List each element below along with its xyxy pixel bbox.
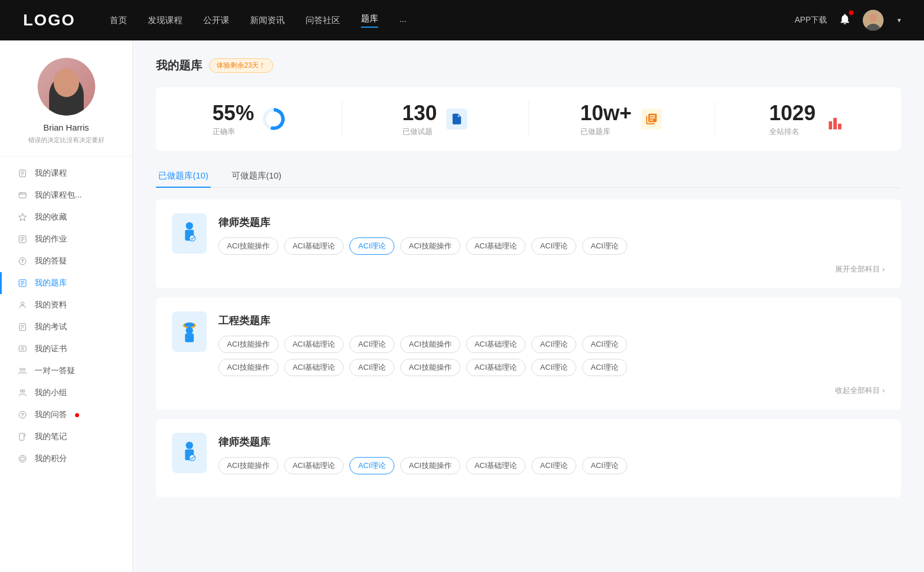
lawyer2-svg	[177, 440, 202, 466]
svg-point-42	[186, 327, 193, 335]
navbar-nav: 首页 发现课程 公开课 新闻资讯 问答社区 题库 ···	[110, 13, 795, 28]
sidebar-item-my-notes[interactable]: 我的笔记	[0, 426, 132, 448]
points-icon	[17, 454, 28, 464]
nav-item-more[interactable]: ···	[399, 16, 407, 25]
tag-item[interactable]: ACI技能操作	[218, 359, 278, 376]
document-svg	[450, 113, 463, 125]
sidebar-item-my-qbank[interactable]: 我的题库	[0, 272, 132, 294]
tag-item[interactable]: ACI理论	[531, 457, 576, 474]
sidebar-item-my-group[interactable]: 我的小组	[0, 382, 132, 404]
qbank-tags-2-row2: ACI技能操作 ACI基础理论 ACI理论 ACI技能操作 ACI基础理论 AC…	[218, 359, 885, 376]
sidebar-item-homework[interactable]: 我的作业	[0, 228, 132, 250]
navbar-chevron-icon[interactable]: ▾	[897, 16, 901, 24]
tag-item[interactable]: ACI理论	[582, 457, 627, 474]
collapse-link-2[interactable]: 收起全部科目 ›	[835, 385, 885, 396]
bell-badge	[849, 10, 854, 15]
tag-item[interactable]: ACI基础理论	[466, 457, 526, 474]
sidebar-item-favorites[interactable]: 我的收藏	[0, 206, 132, 228]
nav-item-news[interactable]: 新闻资讯	[250, 15, 285, 26]
sidebar-label: 我的作业	[35, 234, 67, 244]
tag-item[interactable]: ACI理论	[531, 336, 576, 353]
tag-item-active[interactable]: ACI理论	[349, 237, 394, 255]
tag-item[interactable]: ACI基础理论	[284, 457, 344, 474]
svg-rect-34	[20, 433, 24, 440]
book-icon	[641, 109, 662, 129]
sidebar-item-my-answers[interactable]: ? 我的问答	[0, 404, 132, 426]
sidebar: Brian Harris 错误的决定比没有决定要好 我的课程 我的课程包...	[0, 40, 133, 572]
tag-item[interactable]: ACI理论	[582, 336, 627, 353]
sidebar-item-my-profile[interactable]: 我的资料	[0, 294, 132, 316]
svg-point-21	[21, 302, 24, 305]
questions-done-icon	[445, 107, 468, 131]
navbar: LOGO 首页 发现课程 公开课 新闻资讯 问答社区 题库 ··· APP下载 …	[0, 0, 924, 40]
nav-item-qbank[interactable]: 题库	[361, 13, 378, 28]
tag-item[interactable]: ACI理论	[349, 336, 394, 353]
qbank-tags-1: ACI技能操作 ACI基础理论 ACI理论 ACI技能操作 ACI基础理论 AC…	[218, 237, 885, 255]
stat-label-questions: 已做试题	[403, 127, 437, 137]
navbar-logo[interactable]: LOGO	[23, 11, 75, 29]
qbank-tags-2-row1: ACI技能操作 ACI基础理论 ACI理论 ACI技能操作 ACI基础理论 AC…	[218, 336, 885, 353]
qbank-title-3: 律师类题库	[218, 435, 885, 449]
nav-item-discover[interactable]: 发现课程	[148, 15, 182, 26]
nav-item-qa[interactable]: 问答社区	[305, 15, 340, 26]
avatar-image	[38, 58, 95, 116]
sidebar-menu: 我的课程 我的课程包... 我的收藏 我的作业	[0, 157, 132, 476]
tag-item[interactable]: ACI技能操作	[400, 457, 460, 474]
expand-link-1[interactable]: 展开全部科目 ›	[835, 264, 885, 274]
sidebar-item-my-questions[interactable]: ? 我的答疑	[0, 250, 132, 272]
tag-item[interactable]: ACI基础理论	[466, 237, 526, 255]
notification-bell[interactable]	[839, 13, 851, 28]
lawyer-qbank-icon	[172, 213, 207, 254]
sidebar-item-my-cert[interactable]: 我的证书	[0, 338, 132, 360]
tag-item[interactable]: ACI基础理论	[284, 336, 344, 353]
tag-item[interactable]: ACI基础理论	[466, 336, 526, 353]
tag-item[interactable]: ACI技能操作	[400, 336, 460, 353]
trial-badge: 体验剩余23天！	[209, 58, 273, 73]
sidebar-item-one-on-one[interactable]: 一对一答疑	[0, 360, 132, 382]
svg-point-37	[186, 222, 193, 230]
course-pkg-icon	[17, 190, 28, 200]
profile-name: Brian Harris	[43, 122, 89, 132]
homework-icon	[17, 234, 28, 244]
qbank-header-3: 律师类题库 ACI技能操作 ACI基础理论 ACI理论 ACI技能操作 ACI基…	[172, 433, 885, 474]
sidebar-profile: Brian Harris 错误的决定比没有决定要好	[0, 58, 132, 157]
sidebar-item-my-course[interactable]: 我的课程	[0, 162, 132, 184]
tag-item[interactable]: ACI基础理论	[284, 359, 344, 376]
tag-item[interactable]: ACI基础理论	[284, 237, 344, 255]
svg-point-39	[189, 235, 195, 241]
tag-item[interactable]: ACI理论	[531, 359, 576, 376]
tag-item[interactable]: ACI技能操作	[400, 359, 460, 376]
qbank-tags-3: ACI技能操作 ACI基础理论 ACI理论 ACI技能操作 ACI基础理论 AC…	[218, 457, 885, 474]
tag-item-active[interactable]: ACI理论	[349, 457, 394, 474]
tag-item[interactable]: ACI基础理论	[466, 359, 526, 376]
course-icon	[17, 168, 28, 179]
nav-item-home[interactable]: 首页	[110, 15, 127, 26]
sidebar-item-my-course-pkg[interactable]: 我的课程包...	[0, 184, 132, 206]
nav-item-open-course[interactable]: 公开课	[203, 15, 229, 26]
tag-item[interactable]: ACI技能操作	[218, 457, 278, 474]
lawyer2-qbank-icon	[172, 433, 207, 473]
app-download-button[interactable]: APP下载	[795, 15, 827, 25]
qbank-header-1: 律师类题库 ACI技能操作 ACI基础理论 ACI理论 ACI技能操作 ACI基…	[172, 213, 885, 255]
qbank-footer-1: 展开全部科目 ›	[172, 264, 885, 274]
tab-done[interactable]: 已做题库(10)	[156, 165, 211, 187]
profile-icon	[17, 300, 28, 310]
tag-item[interactable]: ACI理论	[349, 359, 394, 376]
sidebar-label: 我的课程包...	[35, 190, 82, 200]
sidebar-item-my-points[interactable]: 我的积分	[0, 448, 132, 470]
qbank-card-3: 律师类题库 ACI技能操作 ACI基础理论 ACI理论 ACI技能操作 ACI基…	[156, 419, 901, 497]
tag-item[interactable]: ACI技能操作	[218, 237, 278, 255]
svg-rect-7	[19, 192, 26, 198]
tag-item[interactable]: ACI技能操作	[400, 237, 460, 255]
sidebar-label: 我的积分	[35, 454, 67, 464]
tag-item[interactable]: ACI理论	[531, 237, 576, 255]
tag-item[interactable]: ACI技能操作	[218, 336, 278, 353]
user-avatar[interactable]	[863, 10, 884, 31]
tag-item[interactable]: ACI理论	[582, 237, 627, 255]
svg-point-31	[23, 390, 25, 392]
sidebar-item-my-exam[interactable]: 我的考试	[0, 316, 132, 338]
page-title: 我的题库	[156, 58, 202, 73]
tab-available[interactable]: 可做题库(10)	[229, 165, 284, 187]
svg-point-35	[19, 455, 26, 462]
tag-item[interactable]: ACI理论	[582, 359, 627, 376]
